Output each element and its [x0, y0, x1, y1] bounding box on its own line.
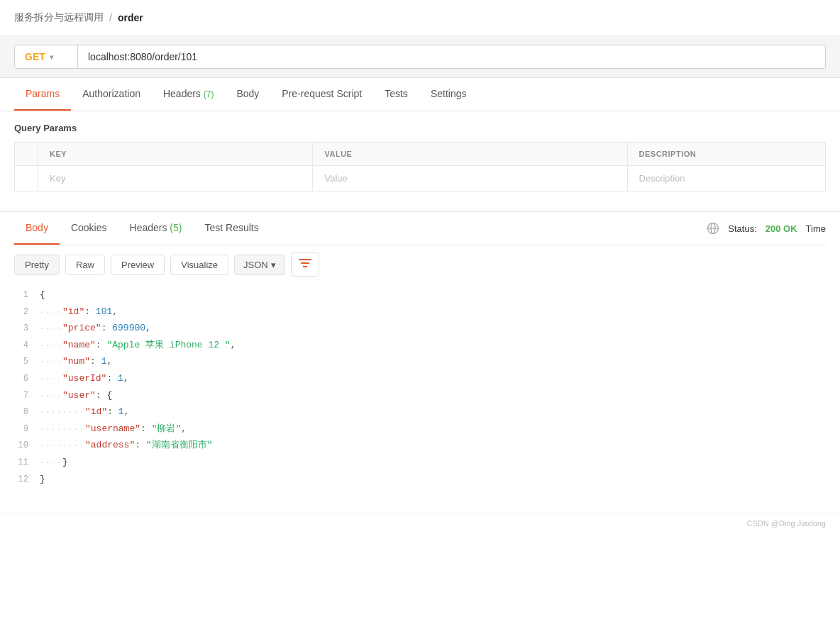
time-label: Time — [806, 223, 826, 234]
format-visualize[interactable]: Visualize — [170, 255, 228, 275]
line-content: ····"price": 699900, — [40, 320, 826, 336]
desc-col-header: DESCRIPTION — [627, 143, 825, 166]
response-tabs: BodyCookiesHeaders (5)Test Results — [14, 212, 270, 245]
query-params-section: Query Params KEY VALUE DESCRIPTION Key V… — [0, 111, 840, 197]
breadcrumb-separator: / — [109, 12, 112, 23]
key-col-header: KEY — [38, 143, 313, 166]
line-number: 3 — [14, 321, 40, 337]
json-viewer: 1{2····"id": 101,3····"price": 699900,4·… — [14, 284, 826, 499]
row-key[interactable]: Key — [38, 166, 313, 191]
tab-body[interactable]: Body — [225, 78, 270, 111]
line-number: 6 — [14, 372, 40, 387]
line-content: ········"id": 1, — [40, 404, 826, 420]
line-content: ········"username": "柳岩", — [40, 421, 826, 437]
json-line-7: 7····"user": { — [14, 387, 826, 404]
format-type-label: JSON — [243, 260, 268, 270]
line-content: ····"id": 101, — [40, 304, 826, 320]
line-number: 11 — [14, 455, 40, 471]
request-tabs: ParamsAuthorizationHeaders (7)BodyPre-re… — [14, 78, 826, 111]
tab-settings[interactable]: Settings — [419, 78, 478, 111]
line-number: 10 — [14, 438, 40, 454]
status-label: Status: — [728, 223, 756, 234]
status-code: 200 OK — [766, 223, 797, 234]
json-line-4: 4····"name": "Apple 苹果 iPhone 12 ", — [14, 337, 826, 354]
tab-params[interactable]: Params — [14, 78, 71, 111]
line-number: 4 — [14, 338, 40, 354]
method-select[interactable]: GET ▾ — [14, 45, 78, 69]
json-line-11: 11····} — [14, 454, 826, 471]
breadcrumb: 服务拆分与远程调用 / order — [0, 0, 840, 36]
format-preview[interactable]: Preview — [111, 255, 165, 275]
line-content: ····"num": 1, — [40, 353, 826, 369]
json-line-8: 8········"id": 1, — [14, 404, 826, 421]
response-tab-cookies[interactable]: Cookies — [60, 212, 118, 245]
line-number: 5 — [14, 355, 40, 370]
line-number: 2 — [14, 305, 40, 321]
table-row: Key Value Description — [15, 166, 826, 191]
json-line-6: 6····"userId": 1, — [14, 370, 826, 387]
tab-pre-request-script[interactable]: Pre-request Script — [270, 78, 373, 111]
line-content: ····"userId": 1, — [40, 370, 826, 386]
checkbox-col-header — [15, 143, 38, 166]
tab-authorization[interactable]: Authorization — [71, 78, 152, 111]
format-raw[interactable]: Raw — [65, 255, 105, 275]
json-line-10: 10········"address": "湖南省衡阳市" — [14, 437, 826, 454]
line-number: 8 — [14, 405, 40, 421]
tab-tests[interactable]: Tests — [373, 78, 419, 111]
json-line-9: 9········"username": "柳岩", — [14, 421, 826, 438]
query-params-title: Query Params — [14, 123, 826, 133]
response-tab-body[interactable]: Body — [14, 212, 60, 245]
row-desc[interactable]: Description — [627, 166, 825, 191]
response-tab-headers[interactable]: Headers (5) — [118, 212, 194, 245]
method-chevron: ▾ — [50, 53, 53, 61]
params-table: KEY VALUE DESCRIPTION Key Value Descript… — [14, 142, 826, 191]
request-tabs-section: ParamsAuthorizationHeaders (7)BodyPre-re… — [0, 78, 840, 111]
row-checkbox[interactable] — [15, 166, 38, 191]
response-tab-test-results[interactable]: Test Results — [193, 212, 270, 245]
format-type-chevron: ▾ — [271, 260, 276, 270]
line-content: ········"address": "湖南省衡阳市" — [40, 437, 826, 453]
url-input[interactable] — [78, 45, 826, 69]
globe-icon — [707, 222, 719, 235]
json-line-3: 3····"price": 699900, — [14, 320, 826, 337]
format-pretty[interactable]: Pretty — [14, 255, 60, 275]
line-number: 12 — [14, 472, 40, 488]
line-number: 1 — [14, 288, 40, 304]
line-content: ····} — [40, 454, 826, 470]
value-col-header: VALUE — [313, 143, 627, 166]
row-value[interactable]: Value — [313, 166, 627, 191]
url-bar: GET ▾ — [0, 36, 840, 78]
format-type-select[interactable]: JSON ▾ — [234, 255, 285, 275]
line-content: { — [40, 287, 826, 303]
response-tabs-bar: BodyCookiesHeaders (5)Test Results Statu… — [14, 212, 826, 245]
footer: CSDN @Ding Jiaxlong — [0, 513, 840, 533]
breadcrumb-parent: 服务拆分与远程调用 — [14, 11, 104, 24]
method-label: GET — [25, 51, 45, 62]
filter-button[interactable] — [291, 252, 319, 277]
line-number: 7 — [14, 389, 40, 404]
json-line-1: 1{ — [14, 287, 826, 304]
json-line-12: 12} — [14, 471, 826, 488]
json-line-2: 2····"id": 101, — [14, 304, 826, 321]
format-bar: Pretty Raw Preview Visualize JSON ▾ — [14, 245, 826, 284]
line-content: ····"user": { — [40, 387, 826, 404]
tab-headers[interactable]: Headers (7) — [152, 78, 225, 111]
status-bar: Status: 200 OK Time — [707, 222, 826, 235]
response-section: BodyCookiesHeaders (5)Test Results Statu… — [0, 212, 840, 499]
line-content: ····"name": "Apple 苹果 iPhone 12 ", — [40, 337, 826, 353]
breadcrumb-current: order — [118, 12, 143, 23]
json-line-5: 5····"num": 1, — [14, 353, 826, 370]
line-number: 9 — [14, 422, 40, 438]
footer-text: CSDN @Ding Jiaxlong — [747, 519, 826, 528]
line-content: } — [40, 471, 826, 487]
